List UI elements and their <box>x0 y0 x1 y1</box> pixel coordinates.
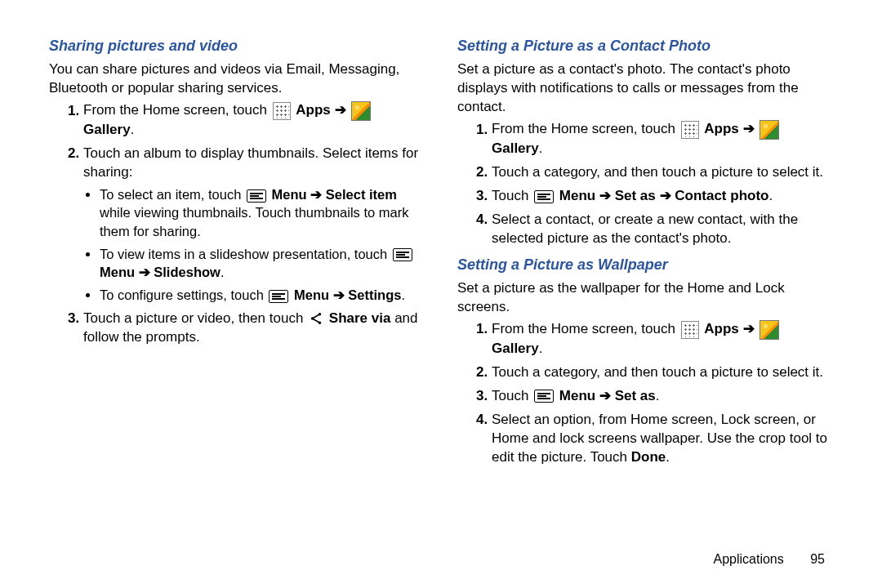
substep-settings: To configure settings, touch Menu ➔ Sett… <box>100 286 425 304</box>
svg-point-0 <box>311 317 314 319</box>
sharing-substeps: To select an item, touch Menu ➔ Select i… <box>83 185 425 305</box>
wall-step-3: Touch Menu ➔ Set as. <box>492 387 833 406</box>
menu-icon <box>269 290 288 303</box>
svg-point-2 <box>318 322 321 324</box>
left-column: Sharing pictures and video You can share… <box>49 33 425 474</box>
sharing-step-3: Touch a picture or video, then touch Sha… <box>83 310 425 347</box>
substep-select-item: To select an item, touch Menu ➔ Select i… <box>100 185 425 240</box>
heading-wallpaper: Setting a Picture as Wallpaper <box>457 255 833 274</box>
contact-intro: Set a picture as a contact's photo. The … <box>457 60 833 117</box>
apps-grid-icon <box>273 102 291 120</box>
wall-step-4: Select an option, from Home screen, Lock… <box>492 411 833 467</box>
apps-grid-icon <box>681 121 699 139</box>
sharing-intro: You can share pictures and videos via Em… <box>49 60 425 98</box>
menu-icon <box>393 248 412 261</box>
wallpaper-intro: Set a picture as the wallpaper for the H… <box>457 279 833 317</box>
footer-section: Applications <box>713 552 783 566</box>
share-icon <box>309 311 323 326</box>
page-number: 95 <box>810 552 825 566</box>
gallery-icon <box>351 101 371 121</box>
menu-icon <box>534 390 554 403</box>
sharing-step-2: Touch an album to display thumbnails. Se… <box>83 145 425 304</box>
wall-step-2: Touch a category, and then touch a pictu… <box>492 363 833 382</box>
wall-step-1: From the Home screen, touch Apps ➔ Galle… <box>492 320 833 359</box>
apps-grid-icon <box>681 321 699 339</box>
contact-steps: From the Home screen, touch Apps ➔ Galle… <box>457 120 833 248</box>
contact-step-3: Touch Menu ➔ Set as ➔ Contact photo. <box>492 187 833 206</box>
menu-icon <box>534 190 554 203</box>
substep-slideshow: To view items in a slideshow presentatio… <box>100 245 425 282</box>
svg-point-1 <box>318 313 321 315</box>
menu-icon <box>247 189 266 203</box>
contact-step-2: Touch a category, and then touch a pictu… <box>492 163 833 182</box>
contact-step-1: From the Home screen, touch Apps ➔ Galle… <box>492 120 833 158</box>
heading-sharing: Sharing pictures and video <box>49 36 425 56</box>
gallery-icon <box>760 120 779 140</box>
heading-contact-photo: Setting a Picture as a Contact Photo <box>457 36 833 56</box>
manual-page: Sharing pictures and video You can share… <box>0 0 882 474</box>
contact-step-4: Select a contact, or create a new contac… <box>492 211 833 248</box>
sharing-step-1: From the Home screen, touch Apps ➔ Galle… <box>83 101 425 140</box>
sharing-steps: From the Home screen, touch Apps ➔ Galle… <box>49 101 425 346</box>
right-column: Setting a Picture as a Contact Photo Set… <box>457 33 833 474</box>
page-footer: Applications 95 <box>713 550 825 568</box>
gallery-icon <box>760 320 779 340</box>
wallpaper-steps: From the Home screen, touch Apps ➔ Galle… <box>457 320 833 467</box>
